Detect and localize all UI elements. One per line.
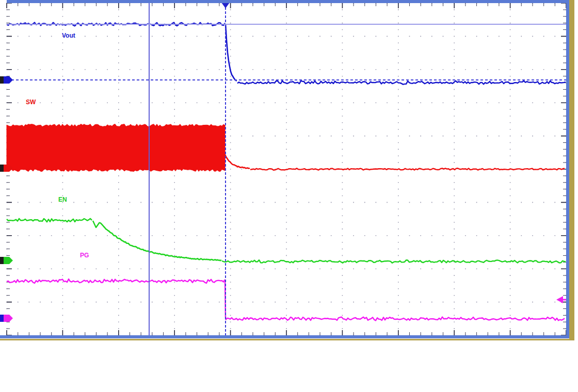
graticule-border-top (7, 0, 569, 3)
channel-marker-c3[interactable] (4, 257, 13, 264)
graticule-border-bottom (0, 335, 569, 338)
waveform-label-sw: SW (26, 99, 36, 106)
app-frame-right (569, 0, 574, 392)
oscilloscope-screen: VoutSWENPG C1 2.0V/div 50Ω BW:20.0M C2 1… (0, 0, 578, 392)
trigger-level-marker[interactable] (556, 296, 563, 303)
readout-bar: C1 2.0V/div 50Ω BW:20.0M C2 10.0V/div 1M… (0, 340, 578, 392)
waveform-display-area[interactable]: VoutSWENPG (0, 0, 569, 338)
waveform-label-en: EN (58, 196, 67, 203)
channel-marker-c4[interactable] (4, 315, 13, 322)
channel-marker-c2[interactable] (4, 165, 13, 172)
channel-marker-c1[interactable] (4, 76, 13, 84)
waveform-label-vout: Vout (62, 32, 75, 39)
channel-markers (0, 0, 569, 338)
waveform-label-pg: PG (80, 252, 89, 259)
